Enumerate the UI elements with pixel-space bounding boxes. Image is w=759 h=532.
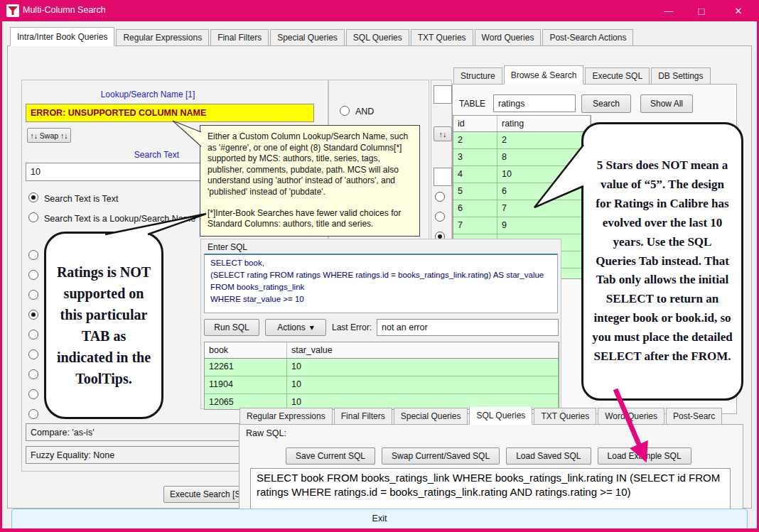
lookup-name-field-2-fragment[interactable] (434, 85, 452, 104)
search-text-input-2-fragment[interactable] (434, 168, 452, 186)
ratings-grid-header: id rating (453, 116, 591, 132)
cell-rating: 2 (497, 132, 591, 148)
tab2-special-queries[interactable]: Special Queries (394, 408, 468, 425)
table-label: TABLE (459, 99, 485, 109)
enter-sql-editor[interactable]: SELECT book, (SELECT rating FROM ratings… (204, 254, 558, 313)
option-radio-1[interactable] (28, 250, 38, 260)
window-title: Multi-Column Search (23, 5, 106, 15)
table-row[interactable]: 6 7 (453, 200, 591, 217)
window-border-left (0, 0, 2, 532)
load-example-sql-button[interactable]: Load Example SQL (598, 447, 691, 465)
tab-structure[interactable]: Structure (453, 67, 502, 85)
column-header-rating[interactable]: rating (497, 116, 591, 131)
multi-column-search-window: Multi-Column Search — □ ✕ Intra/Inter Bo… (0, 0, 759, 532)
tab-txt-queries[interactable]: TXT Queries (411, 29, 473, 46)
tab-db-settings[interactable]: DB Settings (651, 67, 710, 85)
maximize-button[interactable]: □ (685, 0, 718, 21)
table-row[interactable]: 3 8 (453, 149, 591, 166)
tab2-post-search-actions[interactable]: Post-Searc (666, 408, 722, 425)
radio-search-text-is-lookup[interactable] (28, 212, 38, 222)
tab-intra-inter-book-queries[interactable]: Intra/Inter Book Queries (10, 27, 114, 46)
lookup-name-field[interactable]: ERROR: UNSUPPORTED COLUMN NAME (26, 104, 314, 122)
option-radio-2[interactable] (28, 270, 38, 280)
tab2-sql-queries[interactable]: SQL Queries (469, 407, 532, 425)
tab-final-filters[interactable]: Final Filters (210, 29, 269, 46)
tab2-regular-expressions[interactable]: Regular Expressions (239, 408, 333, 425)
enter-sql-label: Enter SQL (208, 242, 247, 252)
last-error-field[interactable]: not an error (377, 319, 559, 336)
radio-search-text-is-text[interactable] (28, 192, 38, 202)
column-header-star-value[interactable]: star_value (287, 342, 559, 358)
swap-button[interactable]: ↑↓ Swap ↑↓ (27, 128, 71, 143)
and-radio[interactable] (340, 106, 350, 116)
window-border-bottom (0, 528, 759, 532)
option-radio-2col-2[interactable] (435, 212, 445, 222)
db-search-button[interactable]: Search (581, 94, 631, 113)
load-saved-sql-button[interactable]: Load Saved SQL (506, 447, 591, 465)
option-radio-8[interactable] (28, 389, 38, 399)
option-radio-5[interactable] (28, 330, 38, 340)
tooltip-paragraph-2: [*]Inter-Book Searches have fewer valid … (208, 208, 412, 230)
minimize-button[interactable]: — (652, 0, 685, 21)
cell-rating: 8 (497, 149, 591, 165)
table-row[interactable]: 7 9 (453, 217, 591, 234)
option-radio-3[interactable] (28, 290, 38, 300)
radio-search-text-is-text-label: Search Text is Text (44, 194, 118, 204)
table-row[interactable]: 4 10 (453, 166, 591, 183)
ratings-note-balloon: Ratings is NOT supported on this particu… (44, 232, 163, 419)
save-current-sql-button[interactable]: Save Current SQL (286, 447, 375, 465)
cell-rating: 6 (497, 183, 591, 200)
column-header-id[interactable]: id (453, 116, 497, 131)
actions-button[interactable]: Actions ▾ (265, 319, 326, 336)
option-radio-2col-1[interactable] (435, 192, 445, 202)
tab-regular-expressions[interactable]: Regular Expressions (116, 29, 209, 46)
results-grid-header: book star_value (205, 342, 559, 359)
exit-button[interactable]: Exit (11, 509, 748, 530)
tab-sql-queries[interactable]: SQL Queries (346, 29, 409, 46)
tooltip-paragraph-1: Either a Custom Column Lookup/Search Nam… (208, 131, 412, 198)
lookup-name-tooltip: Either a Custom Column Lookup/Search Nam… (200, 125, 420, 237)
swap-button-2-fragment[interactable]: ↑↓ (434, 126, 452, 141)
tab-browse-and-search[interactable]: Browse & Search (504, 65, 584, 85)
sql-line: (SELECT rating FROM ratings WHERE rating… (210, 269, 551, 281)
last-error-label: Last Error: (332, 322, 372, 332)
close-button[interactable]: ✕ (721, 0, 756, 21)
table-name-input[interactable]: ratings (493, 94, 576, 112)
tab-execute-sql[interactable]: Execute SQL (585, 67, 650, 85)
tab2-txt-queries[interactable]: TXT Queries (534, 408, 596, 425)
tab-special-queries[interactable]: Special Queries (270, 29, 345, 46)
swap-current-saved-sql-button[interactable]: Swap Current/Saved SQL (382, 447, 500, 465)
tab-post-search-actions[interactable]: Post-Search Actions (542, 29, 633, 46)
tab2-word-queries[interactable]: Word Queries (598, 408, 664, 425)
raw-sql-label: Raw SQL: (246, 428, 286, 438)
lookup-search-name-label: Lookup/Search Name [1] (24, 89, 271, 99)
table-row[interactable]: 5 6 (453, 183, 591, 200)
cell-id: 6 (453, 200, 497, 217)
option-radio-7[interactable] (28, 369, 38, 379)
radio-search-text-is-lookup-label: Search Text is a Lookup/Search Name (44, 214, 195, 224)
cell-rating: 7 (497, 200, 591, 217)
raw-sql-textarea[interactable]: SELECT book FROM books_ratings_link WHER… (250, 468, 731, 509)
bottom-tab-bar: Regular Expressions Final Filters Specia… (239, 407, 743, 425)
table-row[interactable]: 2 2 (453, 132, 591, 149)
option-radio-4[interactable] (28, 310, 38, 320)
cell-book: 12261 (205, 359, 287, 376)
tab2-final-filters[interactable]: Final Filters (334, 408, 392, 425)
show-all-button[interactable]: Show All (640, 94, 693, 113)
option-radio-6[interactable] (28, 349, 38, 359)
cell-star-value: 10 (287, 359, 559, 376)
sql-line: SELECT book, (210, 257, 551, 269)
title-bar: Multi-Column Search — □ ✕ (0, 0, 759, 21)
caret-down-icon: ▾ (310, 322, 314, 332)
sql-results-grid: book star_value 12261 10 11904 10 12065 … (204, 342, 559, 410)
cell-book: 11904 (205, 376, 287, 393)
option-radio-9[interactable] (28, 409, 38, 419)
table-row[interactable]: 12261 10 (205, 359, 559, 376)
run-sql-button[interactable]: Run SQL (204, 319, 259, 336)
raw-sql-button-row: Save Current SQL Swap Current/Saved SQL … (286, 447, 691, 465)
tab-word-queries[interactable]: Word Queries (475, 29, 542, 46)
column-header-book[interactable]: book (205, 342, 287, 358)
cell-id: 2 (453, 132, 497, 148)
table-row[interactable]: 11904 10 (205, 376, 559, 394)
cell-rating: 9 (497, 217, 591, 234)
